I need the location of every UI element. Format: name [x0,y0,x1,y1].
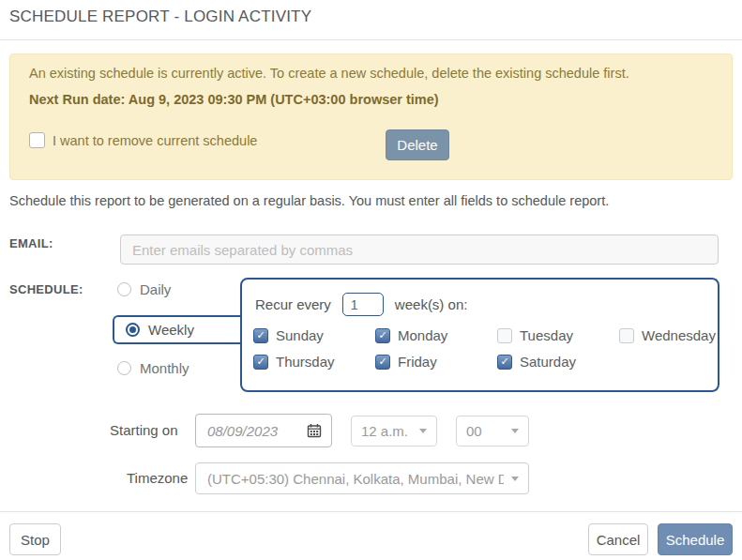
email-input[interactable] [120,235,719,265]
day-option-thursday[interactable]: ✓ Thursday [253,354,335,370]
start-date-input[interactable]: 08/09/2023 [195,414,332,447]
weekly-recurrence-panel: Recur every week(s) on: ✓ Sunday ✓ Monda… [240,278,719,392]
remove-schedule-row: I want to remove current schedule [29,132,257,148]
recur-prefix-label: Recur every [255,296,331,312]
page-title: SCHEDULE REPORT - LOGIN ACTIVITY [9,8,311,26]
monthly-radio[interactable] [117,361,131,375]
stop-button[interactable]: Stop [9,523,61,555]
wednesday-checkbox[interactable]: ✓ [619,328,634,343]
thursday-label: Thursday [276,354,335,370]
daily-label: Daily [140,281,171,297]
weekly-label: Weekly [148,322,194,338]
tuesday-label: Tuesday [520,327,573,343]
monday-checkbox[interactable]: ✓ [375,328,390,343]
cancel-button[interactable]: Cancel [588,523,648,555]
start-minute-value: 00 [466,423,504,439]
schedule-label: SCHEDULE: [9,282,83,296]
schedule-button[interactable]: Schedule [658,523,733,555]
radio-option-daily[interactable]: Daily [117,281,171,297]
weekly-radio[interactable] [126,323,140,337]
monthly-label: Monthly [140,360,189,376]
sunday-checkbox[interactable]: ✓ [253,328,268,343]
start-date-value: 08/09/2023 [207,423,307,439]
saturday-checkbox[interactable]: ✓ [497,355,512,370]
day-option-friday[interactable]: ✓ Friday [375,354,437,370]
day-option-saturday[interactable]: ✓ Saturday [497,354,576,370]
radio-option-weekly[interactable]: Weekly [113,315,241,344]
friday-label: Friday [398,354,437,370]
recur-interval-input[interactable] [342,293,384,316]
wednesday-label: Wednesday [642,327,716,343]
schedule-report-dialog: SCHEDULE REPORT - LOGIN ACTIVITY An exis… [0,0,742,560]
email-label: EMAIL: [9,236,53,250]
chevron-down-icon [419,429,427,433]
calendar-icon[interactable] [307,423,322,438]
tuesday-checkbox[interactable]: ✓ [497,328,512,343]
chevron-down-icon [511,477,519,481]
delete-button[interactable]: Delete [386,129,449,160]
remove-schedule-checkbox[interactable] [29,132,45,148]
day-option-monday[interactable]: ✓ Monday [375,327,447,343]
monday-label: Monday [398,327,447,343]
timezone-select[interactable]: (UTC+05:30) Chennai, Kolkata, Mumbai, Ne… [195,462,529,494]
start-hour-value: 12 a.m. [361,423,412,439]
recur-interval-row: Recur every week(s) on: [255,293,467,316]
friday-checkbox[interactable]: ✓ [375,355,390,370]
next-run-date-text: Next Run date: Aug 9, 2023 09:30 PM (UTC… [29,92,439,107]
starting-on-label: Starting on [110,422,178,438]
active-schedule-warning-banner: An existing schedule is currently active… [9,53,733,180]
timezone-label: Timezone [127,470,188,486]
day-option-sunday[interactable]: ✓ Sunday [253,327,324,343]
thursday-checkbox[interactable]: ✓ [253,355,268,370]
saturday-label: Saturday [520,354,576,370]
start-hour-select[interactable]: 12 a.m. [351,416,437,446]
title-divider [0,39,742,40]
remove-schedule-label: I want to remove current schedule [53,133,257,148]
chevron-down-icon [511,429,519,433]
day-option-tuesday[interactable]: ✓ Tuesday [497,327,573,343]
start-minute-select[interactable]: 00 [456,416,529,446]
day-option-wednesday[interactable]: ✓ Wednesday [619,327,716,343]
warning-message: An existing schedule is currently active… [29,66,629,81]
daily-radio[interactable] [117,282,131,296]
intro-text: Schedule this report to be generated on … [9,193,609,208]
radio-option-monthly[interactable]: Monthly [117,360,189,376]
timezone-value: (UTC+05:30) Chennai, Kolkata, Mumbai, Ne… [207,471,504,487]
recur-suffix-label: week(s) on: [395,296,468,312]
sunday-label: Sunday [276,327,324,343]
footer-divider [0,511,742,512]
